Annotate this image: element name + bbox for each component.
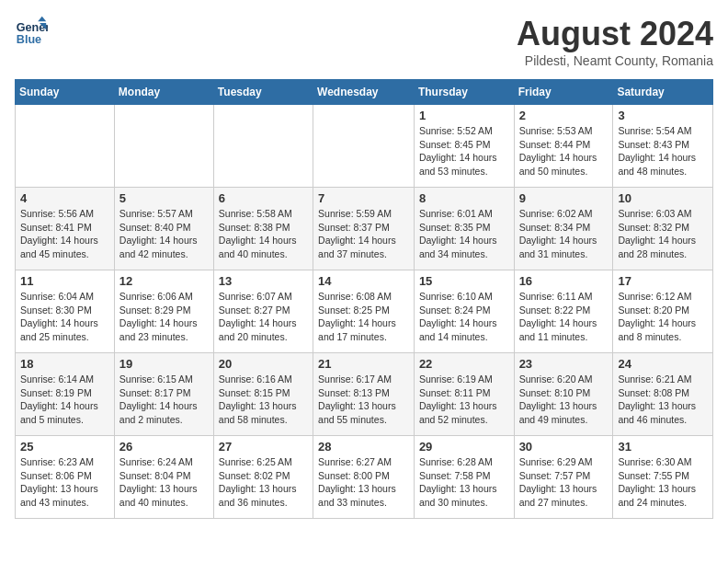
calendar-header: SundayMondayTuesdayWednesdayThursdayFrid… <box>16 80 713 105</box>
calendar-cell: 10Sunrise: 6:03 AM Sunset: 8:32 PM Dayli… <box>613 188 713 270</box>
day-number: 20 <box>219 357 308 371</box>
day-number: 6 <box>219 191 308 205</box>
day-number: 24 <box>618 357 708 371</box>
day-info: Sunrise: 6:17 AM Sunset: 8:13 PM Dayligh… <box>318 373 409 427</box>
day-info: Sunrise: 6:12 AM Sunset: 8:20 PM Dayligh… <box>618 290 708 344</box>
weekday-row: SundayMondayTuesdayWednesdayThursdayFrid… <box>16 80 713 105</box>
day-info: Sunrise: 6:28 AM Sunset: 7:58 PM Dayligh… <box>419 455 509 510</box>
calendar-cell: 30Sunrise: 6:29 AM Sunset: 7:57 PM Dayli… <box>514 436 613 519</box>
calendar-cell: 26Sunrise: 6:24 AM Sunset: 8:04 PM Dayli… <box>114 436 213 519</box>
calendar-cell <box>114 105 213 188</box>
day-info: Sunrise: 6:10 AM Sunset: 8:24 PM Dayligh… <box>419 290 509 344</box>
calendar-cell: 7Sunrise: 5:59 AM Sunset: 8:37 PM Daylig… <box>313 188 415 270</box>
logo: General Blue <box>15 15 48 48</box>
day-number: 9 <box>519 191 609 205</box>
day-number: 8 <box>419 191 509 205</box>
day-info: Sunrise: 6:08 AM Sunset: 8:25 PM Dayligh… <box>318 290 409 344</box>
calendar-cell: 16Sunrise: 6:11 AM Sunset: 8:22 PM Dayli… <box>514 270 613 353</box>
day-info: Sunrise: 5:58 AM Sunset: 8:38 PM Dayligh… <box>219 207 308 261</box>
day-info: Sunrise: 5:52 AM Sunset: 8:45 PM Dayligh… <box>419 124 509 178</box>
weekday-header-tuesday: Tuesday <box>213 80 313 105</box>
month-year-title: August 2024 <box>517 15 713 53</box>
day-number: 2 <box>519 109 609 122</box>
day-number: 5 <box>119 191 209 205</box>
day-number: 10 <box>618 191 708 205</box>
day-number: 23 <box>519 357 609 371</box>
calendar-cell: 18Sunrise: 6:14 AM Sunset: 8:19 PM Dayli… <box>16 353 115 436</box>
day-number: 27 <box>219 440 308 454</box>
calendar-cell: 1Sunrise: 5:52 AM Sunset: 8:45 PM Daylig… <box>414 105 514 188</box>
day-number: 19 <box>119 357 209 371</box>
day-number: 22 <box>419 357 509 371</box>
calendar-cell: 20Sunrise: 6:16 AM Sunset: 8:15 PM Dayli… <box>213 353 313 436</box>
day-number: 18 <box>20 357 109 371</box>
calendar-cell: 28Sunrise: 6:27 AM Sunset: 8:00 PM Dayli… <box>313 436 415 519</box>
title-block: August 2024 Pildesti, Neamt County, Roma… <box>517 15 713 68</box>
day-info: Sunrise: 6:02 AM Sunset: 8:34 PM Dayligh… <box>519 207 609 261</box>
calendar-cell: 24Sunrise: 6:21 AM Sunset: 8:08 PM Dayli… <box>613 353 713 436</box>
weekday-header-sunday: Sunday <box>16 80 115 105</box>
calendar-week-4: 18Sunrise: 6:14 AM Sunset: 8:19 PM Dayli… <box>16 353 713 436</box>
day-info: Sunrise: 5:56 AM Sunset: 8:41 PM Dayligh… <box>20 207 109 261</box>
calendar-cell: 9Sunrise: 6:02 AM Sunset: 8:34 PM Daylig… <box>514 188 613 270</box>
calendar-cell: 14Sunrise: 6:08 AM Sunset: 8:25 PM Dayli… <box>313 270 415 353</box>
calendar-cell <box>213 105 313 188</box>
calendar-cell <box>16 105 115 188</box>
day-number: 30 <box>519 440 609 454</box>
day-info: Sunrise: 5:57 AM Sunset: 8:40 PM Dayligh… <box>119 207 209 261</box>
location-subtitle: Pildesti, Neamt County, Romania <box>517 53 713 68</box>
day-number: 3 <box>618 109 708 122</box>
calendar-cell: 5Sunrise: 5:57 AM Sunset: 8:40 PM Daylig… <box>114 188 213 270</box>
calendar-cell <box>313 105 415 188</box>
calendar-body: 1Sunrise: 5:52 AM Sunset: 8:45 PM Daylig… <box>16 105 713 519</box>
day-info: Sunrise: 6:14 AM Sunset: 8:19 PM Dayligh… <box>20 373 109 427</box>
day-info: Sunrise: 6:04 AM Sunset: 8:30 PM Dayligh… <box>20 290 109 344</box>
day-number: 15 <box>419 274 509 288</box>
page-header: General Blue August 2024 Pildesti, Neamt… <box>15 15 713 68</box>
day-info: Sunrise: 5:53 AM Sunset: 8:44 PM Dayligh… <box>519 124 609 178</box>
svg-marker-2 <box>38 17 46 21</box>
weekday-header-monday: Monday <box>114 80 213 105</box>
logo-icon: General Blue <box>15 15 48 48</box>
calendar-cell: 27Sunrise: 6:25 AM Sunset: 8:02 PM Dayli… <box>213 436 313 519</box>
calendar-cell: 13Sunrise: 6:07 AM Sunset: 8:27 PM Dayli… <box>213 270 313 353</box>
day-info: Sunrise: 6:07 AM Sunset: 8:27 PM Dayligh… <box>219 290 308 344</box>
day-info: Sunrise: 6:11 AM Sunset: 8:22 PM Dayligh… <box>519 290 609 344</box>
day-info: Sunrise: 6:25 AM Sunset: 8:02 PM Dayligh… <box>219 455 308 510</box>
day-number: 12 <box>119 274 209 288</box>
day-info: Sunrise: 6:30 AM Sunset: 7:55 PM Dayligh… <box>618 455 708 510</box>
calendar-cell: 4Sunrise: 5:56 AM Sunset: 8:41 PM Daylig… <box>16 188 115 270</box>
day-info: Sunrise: 6:21 AM Sunset: 8:08 PM Dayligh… <box>618 373 708 427</box>
calendar-cell: 8Sunrise: 6:01 AM Sunset: 8:35 PM Daylig… <box>414 188 514 270</box>
day-info: Sunrise: 6:27 AM Sunset: 8:00 PM Dayligh… <box>318 455 409 510</box>
calendar-cell: 19Sunrise: 6:15 AM Sunset: 8:17 PM Dayli… <box>114 353 213 436</box>
calendar-week-2: 4Sunrise: 5:56 AM Sunset: 8:41 PM Daylig… <box>16 188 713 270</box>
calendar-cell: 31Sunrise: 6:30 AM Sunset: 7:55 PM Dayli… <box>613 436 713 519</box>
day-number: 17 <box>618 274 708 288</box>
calendar-cell: 6Sunrise: 5:58 AM Sunset: 8:38 PM Daylig… <box>213 188 313 270</box>
calendar-table: SundayMondayTuesdayWednesdayThursdayFrid… <box>15 79 713 519</box>
weekday-header-saturday: Saturday <box>613 80 713 105</box>
day-number: 4 <box>20 191 109 205</box>
day-number: 21 <box>318 357 409 371</box>
calendar-cell: 11Sunrise: 6:04 AM Sunset: 8:30 PM Dayli… <box>16 270 115 353</box>
day-info: Sunrise: 6:29 AM Sunset: 7:57 PM Dayligh… <box>519 455 609 510</box>
day-number: 29 <box>419 440 509 454</box>
day-info: Sunrise: 6:19 AM Sunset: 8:11 PM Dayligh… <box>419 373 509 427</box>
calendar-cell: 23Sunrise: 6:20 AM Sunset: 8:10 PM Dayli… <box>514 353 613 436</box>
calendar-week-5: 25Sunrise: 6:23 AM Sunset: 8:06 PM Dayli… <box>16 436 713 519</box>
calendar-week-3: 11Sunrise: 6:04 AM Sunset: 8:30 PM Dayli… <box>16 270 713 353</box>
calendar-cell: 17Sunrise: 6:12 AM Sunset: 8:20 PM Dayli… <box>613 270 713 353</box>
calendar-cell: 25Sunrise: 6:23 AM Sunset: 8:06 PM Dayli… <box>16 436 115 519</box>
svg-text:Blue: Blue <box>17 33 41 46</box>
calendar-week-1: 1Sunrise: 5:52 AM Sunset: 8:45 PM Daylig… <box>16 105 713 188</box>
day-info: Sunrise: 6:03 AM Sunset: 8:32 PM Dayligh… <box>618 207 708 261</box>
day-info: Sunrise: 6:01 AM Sunset: 8:35 PM Dayligh… <box>419 207 509 261</box>
calendar-cell: 22Sunrise: 6:19 AM Sunset: 8:11 PM Dayli… <box>414 353 514 436</box>
day-number: 25 <box>20 440 109 454</box>
calendar-cell: 3Sunrise: 5:54 AM Sunset: 8:43 PM Daylig… <box>613 105 713 188</box>
day-info: Sunrise: 6:16 AM Sunset: 8:15 PM Dayligh… <box>219 373 308 427</box>
day-number: 28 <box>318 440 409 454</box>
day-info: Sunrise: 6:24 AM Sunset: 8:04 PM Dayligh… <box>119 455 209 510</box>
weekday-header-thursday: Thursday <box>414 80 514 105</box>
